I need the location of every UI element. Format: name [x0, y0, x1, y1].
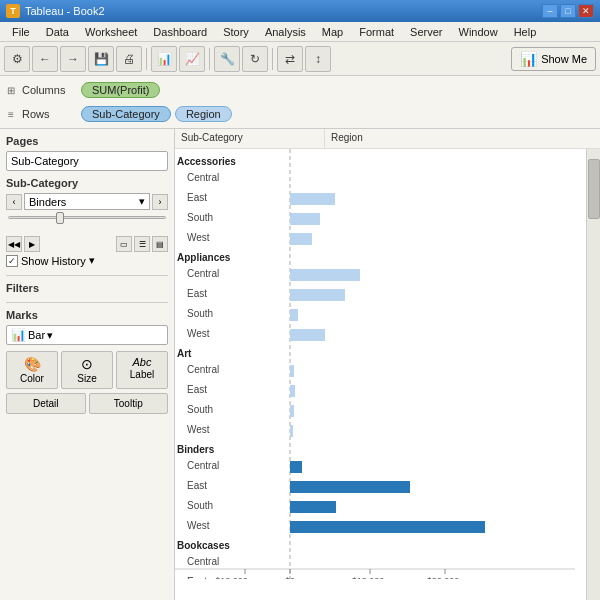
- menu-worksheet[interactable]: Worksheet: [77, 24, 145, 40]
- rows-label: Rows: [22, 108, 77, 120]
- size-btn[interactable]: ⊙ Size: [61, 351, 113, 389]
- layout-btn1[interactable]: ▭: [116, 236, 132, 252]
- axis-tick-10k: $10,000: [352, 576, 385, 579]
- category-label-bookcases: Bookcases: [177, 540, 230, 551]
- close-button[interactable]: ✕: [578, 4, 594, 18]
- sub-label-bin-west: West: [187, 520, 210, 531]
- category-label-accessories: Accessories: [177, 156, 236, 167]
- bar-art-central: [290, 365, 294, 377]
- filters-section: Filters: [6, 275, 168, 294]
- viz-column-headers: Sub-Category Region: [175, 129, 600, 149]
- sum-profit-pill[interactable]: SUM(Profit): [81, 82, 160, 98]
- marks-dropdown-arrow: ▾: [47, 329, 53, 342]
- region-pill[interactable]: Region: [175, 106, 232, 122]
- show-me-label: Show Me: [541, 53, 587, 65]
- toolbar-chart2-btn[interactable]: 📈: [179, 46, 205, 72]
- bar-app-west: [290, 329, 325, 341]
- slider-thumb[interactable]: [56, 212, 64, 224]
- rows-shelf: ≡ Rows Sub-Category Region: [0, 102, 600, 126]
- sub-label-acc-east: East: [187, 192, 207, 203]
- viz-area: Sub-Category Region Accessories Central: [175, 129, 600, 600]
- menu-data[interactable]: Data: [38, 24, 77, 40]
- toolbar-refresh-btn[interactable]: ↻: [242, 46, 268, 72]
- sub-label-bin-east: East: [187, 480, 207, 491]
- show-history-control[interactable]: Show History ▾: [6, 254, 168, 267]
- dropdown-arrow-icon: ▾: [139, 195, 145, 208]
- toolbar-back-btn[interactable]: ←: [32, 46, 58, 72]
- menu-window[interactable]: Window: [451, 24, 506, 40]
- category-label-appliances: Appliances: [177, 252, 231, 263]
- show-history-checkbox[interactable]: [6, 255, 18, 267]
- animation-slider[interactable]: [6, 216, 168, 232]
- bar-chart-icon: 📊: [11, 328, 26, 342]
- prev-subcategory-btn[interactable]: ‹: [6, 194, 22, 210]
- sub-label-art-west: West: [187, 424, 210, 435]
- subcategory-dropdown[interactable]: Binders ▾: [24, 193, 150, 210]
- next-subcategory-btn[interactable]: ›: [152, 194, 168, 210]
- toolbar-filter-btn[interactable]: 🔧: [214, 46, 240, 72]
- toolbar-save-btn[interactable]: 💾: [88, 46, 114, 72]
- menu-map[interactable]: Map: [314, 24, 351, 40]
- marks-section: Marks 📊 Bar ▾ 🎨 Color ⊙ Size: [6, 302, 168, 414]
- minimize-button[interactable]: –: [542, 4, 558, 18]
- category-label-art: Art: [177, 348, 192, 359]
- sub-label-app-central: Central: [187, 268, 219, 279]
- sub-category-label: Sub-Category: [6, 177, 168, 189]
- menu-dashboard[interactable]: Dashboard: [145, 24, 215, 40]
- play-btn[interactable]: ▶: [24, 236, 40, 252]
- sub-label-app-south: South: [187, 308, 213, 319]
- viz-scroll-container: Accessories Central East South West: [175, 149, 600, 600]
- toolbar-chart1-btn[interactable]: 📊: [151, 46, 177, 72]
- scrollbar-thumb[interactable]: [588, 159, 600, 219]
- category-label-binders: Binders: [177, 444, 215, 455]
- columns-label: Columns: [22, 84, 77, 96]
- tooltip-btn[interactable]: Tooltip: [89, 393, 169, 414]
- label-label: Label: [130, 369, 154, 380]
- menu-file[interactable]: File: [4, 24, 38, 40]
- bar-app-east: [290, 289, 345, 301]
- viz-scrollbar[interactable]: [586, 149, 600, 600]
- viz-header-region: Region: [325, 129, 600, 148]
- menu-format[interactable]: Format: [351, 24, 402, 40]
- sub-category-pill[interactable]: Sub-Category: [81, 106, 171, 122]
- sub-label-art-central: Central: [187, 364, 219, 375]
- layout-btn3[interactable]: ▤: [152, 236, 168, 252]
- toolbar-sep2: [209, 48, 210, 70]
- window-controls[interactable]: – □ ✕: [542, 4, 594, 18]
- color-icon: 🎨: [24, 356, 41, 372]
- menu-help[interactable]: Help: [506, 24, 545, 40]
- color-btn[interactable]: 🎨 Color: [6, 351, 58, 389]
- show-me-button[interactable]: 📊 Show Me: [511, 47, 596, 71]
- marks-type-dropdown[interactable]: 📊 Bar ▾: [6, 325, 168, 345]
- maximize-button[interactable]: □: [560, 4, 576, 18]
- sub-label-bin-central: Central: [187, 460, 219, 471]
- detail-label: Detail: [33, 398, 59, 409]
- marks-buttons-row2: Detail Tooltip: [6, 393, 168, 414]
- label-icon: Abc: [133, 356, 152, 368]
- marks-title: Marks: [6, 309, 168, 321]
- bar-app-south: [290, 309, 298, 321]
- axis-tick-neg10k: -$10,000: [212, 576, 248, 579]
- toolbar-swap-btn[interactable]: ⇄: [277, 46, 303, 72]
- size-label: Size: [77, 373, 96, 384]
- sub-label-acc-west: West: [187, 232, 210, 243]
- marks-buttons-row1: 🎨 Color ⊙ Size Abc Label: [6, 351, 168, 389]
- viz-header-subcategory: Sub-Category: [175, 129, 325, 148]
- bar-bin-south: [290, 501, 336, 513]
- menu-story[interactable]: Story: [215, 24, 257, 40]
- toolbar-sep3: [272, 48, 273, 70]
- main-chart-svg: Accessories Central East South West: [175, 149, 586, 579]
- toolbar-home-btn[interactable]: ⚙: [4, 46, 30, 72]
- layout-btn2[interactable]: ☰: [134, 236, 150, 252]
- toolbar-print-btn[interactable]: 🖨: [116, 46, 142, 72]
- menu-analysis[interactable]: Analysis: [257, 24, 314, 40]
- sub-label-bin-south: South: [187, 500, 213, 511]
- toolbar-forward-btn[interactable]: →: [60, 46, 86, 72]
- menu-server[interactable]: Server: [402, 24, 450, 40]
- label-btn[interactable]: Abc Label: [116, 351, 168, 389]
- toolbar-sort-btn[interactable]: ↕: [305, 46, 331, 72]
- show-me-icon: 📊: [520, 51, 537, 67]
- shelves: ⊞ Columns SUM(Profit) ≡ Rows Sub-Categor…: [0, 76, 600, 129]
- play-back-btn[interactable]: ◀◀: [6, 236, 22, 252]
- detail-btn[interactable]: Detail: [6, 393, 86, 414]
